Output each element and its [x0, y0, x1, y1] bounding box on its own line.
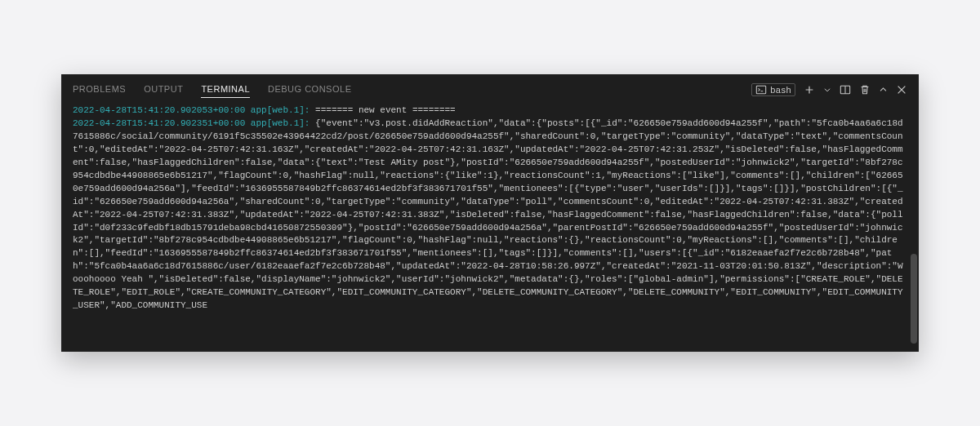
trash-icon[interactable] — [859, 84, 871, 95]
chevron-up-icon[interactable] — [879, 84, 888, 95]
terminal-icon — [755, 84, 767, 95]
terminal-panel: PROBLEMS OUTPUT TERMINAL DEBUG CONSOLE b… — [61, 74, 919, 352]
log-message: ======= new event ======== — [315, 105, 456, 115]
close-icon[interactable] — [896, 84, 907, 95]
shell-name: bash — [770, 85, 791, 95]
terminal-output[interactable]: 2022-04-28T15:41:20.902053+00:00 app[web… — [61, 101, 919, 352]
panel-tabs: PROBLEMS OUTPUT TERMINAL DEBUG CONSOLE — [73, 81, 751, 98]
log-process: app[web.1]: — [251, 118, 310, 128]
tab-terminal[interactable]: TERMINAL — [201, 81, 250, 98]
chevron-down-icon[interactable] — [823, 84, 831, 95]
split-icon[interactable] — [840, 84, 851, 95]
panel-header: PROBLEMS OUTPUT TERMINAL DEBUG CONSOLE b… — [61, 74, 919, 101]
tab-output[interactable]: OUTPUT — [144, 81, 183, 98]
tab-debug-console[interactable]: DEBUG CONSOLE — [268, 81, 351, 98]
log-timestamp: 2022-04-28T15:41:20.902053+00:00 — [73, 105, 245, 115]
svg-rect-0 — [756, 86, 765, 94]
log-process: app[web.1]: — [251, 105, 310, 115]
tab-problems[interactable]: PROBLEMS — [73, 81, 126, 98]
plus-icon[interactable] — [804, 84, 815, 95]
scrollbar-thumb[interactable] — [911, 254, 917, 344]
log-timestamp: 2022-04-28T15:41:20.902351+00:00 — [73, 118, 245, 128]
shell-selector[interactable]: bash — [751, 83, 795, 96]
log-message: {"event":"v3.post.didAddReaction","data"… — [73, 118, 903, 310]
terminal-toolbar: bash — [751, 83, 907, 96]
